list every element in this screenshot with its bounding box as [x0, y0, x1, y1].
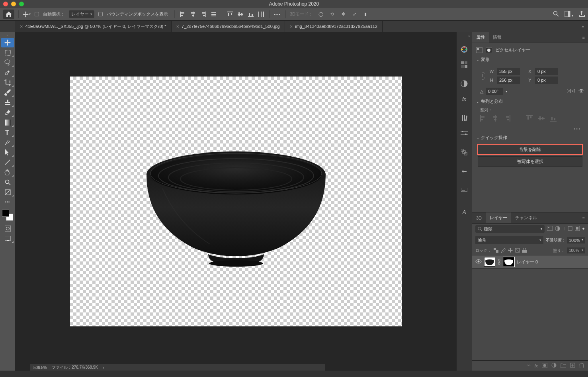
filter-smart-icon[interactable] [575, 226, 580, 232]
y-input[interactable] [535, 77, 558, 84]
new-layer-icon[interactable] [570, 363, 575, 369]
quick-mask-icon[interactable] [1, 224, 14, 233]
blend-mode-dropdown[interactable]: 通常▾ [475, 236, 543, 244]
transform-section-header[interactable]: ⌄変形 [476, 55, 584, 65]
actions-panel-icon[interactable] [460, 167, 468, 175]
visibility-toggle-icon[interactable] [475, 259, 482, 265]
angle-input[interactable] [486, 88, 503, 95]
align-bottom-icon[interactable] [247, 10, 255, 18]
close-tab-icon[interactable]: × [20, 24, 23, 29]
align-h-centers-icon[interactable] [492, 115, 500, 123]
canvas-area[interactable]: 506.5% ファイル：276.7K/368.9K › [15, 32, 457, 371]
document-tab[interactable]: ×img_841343aebd89172ac31d27925aa112 [285, 21, 383, 32]
layer-fx-icon[interactable]: fx [534, 363, 538, 368]
align-bottom-edges-icon[interactable] [550, 115, 558, 123]
status-chevron-icon[interactable]: › [103, 365, 104, 370]
align-top-edges-icon[interactable] [526, 115, 534, 123]
brush-tool[interactable] [1, 88, 14, 97]
layer-filter-type-dropdown[interactable]: 種類 ▾ [475, 225, 545, 233]
lock-transparency-icon[interactable] [494, 248, 498, 253]
remove-background-button[interactable]: 背景を削除 [478, 144, 582, 155]
file-info[interactable]: ファイル：276.7K/368.9K [52, 365, 98, 370]
libraries-panel-icon[interactable] [460, 114, 468, 122]
workspace-switcher-icon[interactable]: ▾ [565, 11, 573, 18]
marquee-tool[interactable] [1, 48, 14, 57]
layers-tab[interactable]: レイヤー [486, 212, 511, 223]
crop-tool[interactable] [1, 78, 14, 87]
layer-item[interactable]: レイヤー 0 [472, 255, 588, 269]
select-subject-button[interactable]: 被写体を選択 [478, 156, 582, 167]
move-tool[interactable] [1, 38, 14, 47]
panel-menu-icon[interactable]: ≡ [579, 35, 588, 40]
info-tab[interactable]: 情報 [489, 32, 506, 43]
add-mask-icon[interactable] [542, 363, 547, 369]
channels-tab[interactable]: チャンネル [511, 212, 541, 223]
lock-artboard-icon[interactable] [515, 248, 520, 253]
properties-tab[interactable]: 属性 [472, 32, 489, 43]
auto-select-target-dropdown[interactable]: レイヤー▾ [69, 10, 94, 18]
zoom-tool[interactable] [1, 177, 14, 187]
stamp-tool[interactable] [1, 98, 14, 107]
hand-tool[interactable] [1, 167, 14, 177]
filter-toggle-icon[interactable]: ● [582, 226, 585, 232]
window-close-button[interactable] [3, 2, 8, 6]
edit-toolbar-icon[interactable]: ••• [1, 197, 14, 207]
filter-pixel-icon[interactable] [547, 226, 553, 232]
quick-selection-tool[interactable] [1, 68, 14, 77]
lasso-tool[interactable] [1, 58, 14, 67]
align-right-icon[interactable] [199, 10, 207, 18]
layer-thumbnail[interactable] [484, 257, 495, 267]
character-panel-icon[interactable]: A [460, 208, 468, 216]
move-tool-icon[interactable]: ▾ [23, 10, 31, 18]
color-swatches[interactable] [2, 210, 13, 221]
adjustments2-panel-icon[interactable] [460, 129, 468, 137]
opacity-input[interactable]: 100%▾ [567, 237, 585, 243]
window-minimize-button[interactable] [11, 2, 16, 6]
history-panel-icon[interactable] [460, 148, 468, 156]
more-options-icon[interactable]: ••• [273, 10, 281, 18]
distribute-icon[interactable] [257, 10, 265, 18]
layer-name[interactable]: レイヤー 0 [517, 259, 538, 265]
line-tool[interactable] [1, 157, 14, 167]
styles-panel-icon[interactable]: fx [460, 95, 468, 103]
mask-thumbnail[interactable] [503, 257, 514, 267]
frame-tool[interactable] [1, 187, 14, 197]
filter-type-icon[interactable]: T [563, 226, 565, 232]
new-group-icon[interactable] [561, 363, 566, 369]
x-input[interactable] [535, 68, 558, 75]
document-tab[interactable]: ×41E0aGwMLWL._SX355_.jpg @ 507% (レイヤー 0,… [15, 21, 172, 32]
close-tab-icon[interactable]: × [176, 24, 180, 29]
height-input[interactable] [497, 77, 520, 84]
paragraph-panel-icon[interactable] [460, 187, 468, 194]
align-left-icon[interactable] [179, 10, 187, 18]
align-left-edges-icon[interactable] [480, 115, 488, 123]
lock-all-icon[interactable] [522, 248, 527, 253]
quick-actions-header[interactable]: ⌄クイック操作 [476, 133, 584, 143]
fill-input[interactable]: 100%▾ [567, 247, 585, 253]
window-maximize-button[interactable] [19, 2, 24, 6]
document-canvas[interactable] [70, 77, 402, 326]
delete-layer-icon[interactable] [579, 363, 584, 369]
show-bbox-checkbox[interactable] [98, 12, 103, 16]
share-icon[interactable] [579, 11, 585, 18]
auto-select-checkbox[interactable] [35, 12, 39, 16]
close-tab-icon[interactable]: × [290, 24, 293, 29]
lock-position-icon[interactable] [508, 248, 513, 253]
flip-vertical-icon[interactable] [578, 88, 584, 94]
tabs-overflow-icon[interactable]: » [578, 24, 588, 29]
align-center-h-icon[interactable] [189, 10, 197, 18]
align-v-centers-icon[interactable] [538, 115, 546, 123]
width-input[interactable] [497, 68, 520, 75]
align-right-edges-icon[interactable] [504, 115, 512, 123]
lock-pixels-icon[interactable] [501, 248, 506, 253]
flip-horizontal-icon[interactable]: ▷|◁ [567, 88, 574, 94]
home-button[interactable] [3, 10, 14, 19]
more-align-icon[interactable] [210, 10, 218, 18]
gradient-tool[interactable] [1, 118, 14, 127]
zoom-level[interactable]: 506.5% [33, 365, 47, 370]
align-top-icon[interactable] [226, 10, 234, 18]
pen-tool[interactable] [1, 137, 14, 147]
align-more-icon[interactable]: ••• [480, 125, 584, 133]
3d-tab[interactable]: 3D [472, 212, 486, 223]
color-panel-icon[interactable] [460, 45, 468, 53]
